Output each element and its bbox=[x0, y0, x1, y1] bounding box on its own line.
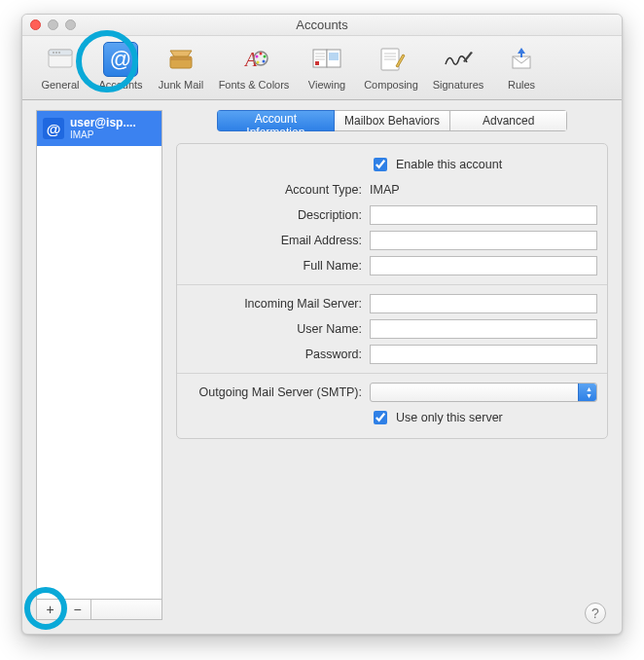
at-icon: @ bbox=[103, 42, 138, 77]
svg-point-11 bbox=[263, 60, 266, 63]
account-list[interactable]: @ user@isp.... IMAP bbox=[36, 110, 162, 599]
account-type-label: Account Type: bbox=[187, 183, 362, 197]
account-info-form: Enable this account Account Type: IMAP D… bbox=[176, 143, 608, 439]
main-content: @ user@isp.... IMAP + − Account Informat… bbox=[22, 100, 622, 634]
toolbar-composing[interactable]: Composing bbox=[357, 42, 425, 91]
use-only-server-label: Use only this server bbox=[396, 411, 503, 424]
svg-point-3 bbox=[55, 52, 57, 54]
incoming-server-label: Incoming Mail Server: bbox=[187, 297, 362, 311]
window-title: Accounts bbox=[296, 18, 347, 32]
window-controls bbox=[30, 19, 76, 30]
tab-advanced[interactable]: Advanced bbox=[450, 110, 567, 131]
toolbar-label: Accounts bbox=[90, 79, 151, 91]
smtp-label: Outgoing Mail Server (SMTP): bbox=[187, 385, 362, 399]
description-input[interactable] bbox=[370, 205, 597, 225]
toolbar-label: Signatures bbox=[425, 79, 491, 91]
minimize-window-button[interactable] bbox=[48, 19, 58, 30]
toolbar-label: Viewing bbox=[297, 79, 357, 91]
svg-rect-20 bbox=[315, 61, 319, 65]
svg-text:A: A bbox=[243, 49, 258, 70]
tab-account-information[interactable]: Account Information bbox=[217, 110, 335, 131]
password-label: Password: bbox=[187, 348, 362, 361]
smtp-server-select[interactable]: ▲▼ bbox=[370, 383, 597, 402]
zoom-window-button[interactable] bbox=[65, 19, 76, 30]
svg-point-13 bbox=[256, 55, 259, 58]
at-icon: @ bbox=[43, 118, 64, 139]
close-window-button[interactable] bbox=[30, 19, 41, 30]
fonts-colors-icon: A bbox=[236, 42, 271, 77]
account-type-value: IMAP bbox=[370, 183, 400, 197]
junk-mail-icon bbox=[163, 42, 198, 77]
toolbar-viewing[interactable]: Viewing bbox=[297, 42, 357, 91]
svg-point-9 bbox=[260, 53, 263, 55]
username-label: User Name: bbox=[187, 322, 362, 336]
toolbar-accounts[interactable]: @ Accounts bbox=[90, 42, 151, 91]
titlebar: Accounts bbox=[22, 15, 622, 36]
svg-point-10 bbox=[264, 55, 267, 58]
toolbar-general[interactable]: General bbox=[30, 42, 90, 91]
list-footer: + − bbox=[36, 599, 162, 620]
use-only-server-checkbox[interactable] bbox=[374, 411, 387, 424]
email-label: Email Address: bbox=[187, 234, 362, 247]
password-input[interactable] bbox=[370, 345, 597, 364]
username-input[interactable] bbox=[370, 319, 597, 339]
account-list-item[interactable]: @ user@isp.... IMAP bbox=[37, 111, 161, 146]
general-icon bbox=[43, 42, 78, 77]
signatures-icon bbox=[441, 42, 476, 77]
fullname-input[interactable] bbox=[370, 256, 597, 275]
svg-point-2 bbox=[53, 52, 54, 54]
svg-rect-6 bbox=[170, 56, 192, 60]
composing-icon bbox=[374, 42, 409, 77]
incoming-server-input[interactable] bbox=[370, 294, 597, 313]
remove-account-button[interactable]: − bbox=[64, 600, 91, 619]
preferences-window: Accounts General @ Accounts Junk Mail A bbox=[21, 14, 623, 635]
svg-rect-19 bbox=[329, 53, 339, 60]
toolbar-label: Composing bbox=[357, 79, 425, 91]
toolbar-label: Fonts & Colors bbox=[211, 79, 297, 91]
rules-icon bbox=[504, 42, 539, 77]
enable-account-label: Enable this account bbox=[396, 158, 502, 171]
toolbar-rules[interactable]: Rules bbox=[491, 42, 552, 91]
toolbar-signatures[interactable]: Signatures bbox=[425, 42, 491, 91]
toolbar-label: General bbox=[30, 79, 90, 91]
tab-bar: Account Information Mailbox Behaviors Ad… bbox=[217, 110, 567, 131]
tab-mailbox-behaviors[interactable]: Mailbox Behaviors bbox=[335, 110, 451, 131]
account-type: IMAP bbox=[70, 129, 136, 140]
toolbar-fonts-colors[interactable]: A Fonts & Colors bbox=[211, 42, 297, 91]
account-name: user@isp.... bbox=[70, 117, 136, 129]
enable-account-checkbox[interactable] bbox=[374, 158, 387, 171]
help-button[interactable]: ? bbox=[585, 603, 606, 624]
description-label: Description: bbox=[187, 208, 362, 222]
toolbar-label: Rules bbox=[491, 79, 552, 91]
toolbar-junk-mail[interactable]: Junk Mail bbox=[151, 42, 211, 91]
fullname-label: Full Name: bbox=[187, 259, 362, 273]
viewing-icon bbox=[309, 42, 344, 77]
svg-point-12 bbox=[257, 61, 260, 64]
svg-point-4 bbox=[58, 52, 60, 54]
accounts-sidebar: @ user@isp.... IMAP + − bbox=[36, 110, 162, 620]
email-input[interactable] bbox=[370, 231, 597, 250]
toolbar-label: Junk Mail bbox=[151, 79, 211, 91]
account-detail-pane: Account Information Mailbox Behaviors Ad… bbox=[176, 110, 608, 620]
help-icon: ? bbox=[591, 605, 599, 621]
preferences-toolbar: General @ Accounts Junk Mail A Fonts & C… bbox=[22, 36, 622, 100]
add-account-button[interactable]: + bbox=[37, 600, 64, 619]
